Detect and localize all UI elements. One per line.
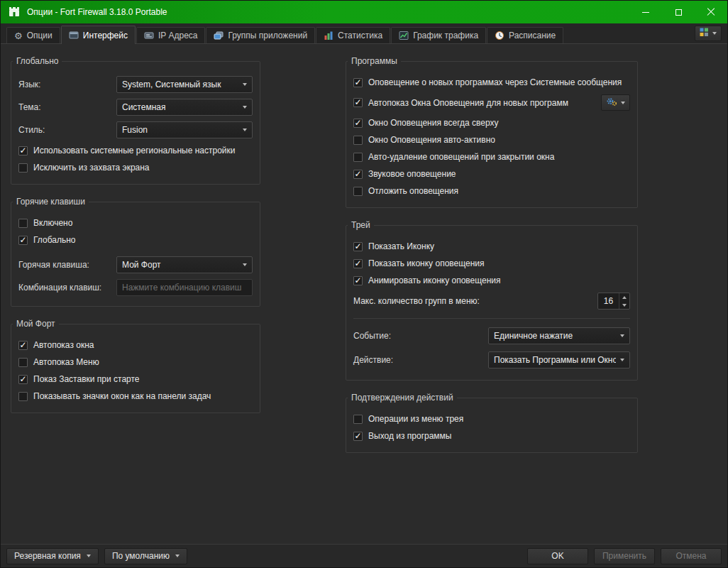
checkbox-row[interactable]: Автопоказ Меню	[18, 357, 253, 367]
checkbox-label[interactable]: Авто-удаление оповещений при закрытии ок…	[368, 152, 554, 162]
checkbox[interactable]	[18, 358, 28, 367]
spin-down-button[interactable]	[619, 301, 629, 309]
checkbox-label[interactable]: Показать Иконку	[368, 241, 434, 251]
checkbox[interactable]	[353, 98, 363, 107]
key-combination-input[interactable]	[116, 279, 253, 296]
checkbox-row[interactable]: Анимировать иконку оповещения	[353, 275, 630, 285]
checkbox-row[interactable]: Окно Оповещения авто-активно	[353, 135, 630, 145]
theme-combobox[interactable]: Системная	[116, 99, 253, 116]
chevron-down-icon	[712, 32, 717, 35]
checkbox-row[interactable]: Исключить из захвата экрана	[18, 163, 253, 173]
tab-traffic-graph[interactable]: График трафика	[391, 27, 486, 43]
tab-app-groups[interactable]: Группы приложений	[206, 27, 315, 43]
checkbox-row[interactable]: Показать иконку оповещения	[353, 258, 630, 268]
checkbox-row[interactable]: Звуковое оповещение	[353, 169, 630, 179]
tab-schedule[interactable]: Расписание	[487, 27, 563, 43]
checkbox-label[interactable]: Автопоказ окна	[33, 340, 94, 350]
checkbox[interactable]	[353, 136, 363, 145]
view-layout-button[interactable]	[695, 26, 722, 41]
cancel-button[interactable]: Отмена	[661, 548, 722, 564]
maximize-button[interactable]	[662, 1, 695, 23]
checkbox[interactable]	[353, 242, 363, 251]
checkbox[interactable]	[353, 415, 363, 424]
checkbox-row[interactable]: Показ Заставки при старте	[18, 374, 253, 384]
checkbox-row[interactable]: Включено	[18, 218, 253, 228]
close-button[interactable]	[695, 1, 727, 23]
max-groups-label: Макс. количество групп в меню:	[353, 296, 480, 306]
minimize-button[interactable]	[629, 1, 662, 23]
checkbox-label[interactable]: Показ Заставки при старте	[33, 374, 140, 384]
checkbox-row[interactable]: Использовать системные региональные наст…	[18, 146, 253, 155]
checkbox-label[interactable]: Окно Оповещения авто-активно	[368, 135, 495, 145]
checkbox[interactable]	[18, 236, 28, 245]
checkbox-label[interactable]: Глобально	[33, 235, 75, 245]
checkbox[interactable]	[18, 392, 28, 401]
checkbox[interactable]	[353, 187, 363, 196]
checkbox-row[interactable]: Отложить оповещения	[353, 186, 630, 196]
tab-interface[interactable]: Интерфейс	[61, 26, 136, 44]
combo-value: System, Системный язык	[122, 80, 238, 89]
ok-button[interactable]: OK	[527, 548, 588, 564]
checkbox-row[interactable]: Автопоказ окна	[18, 340, 253, 350]
checkbox-label[interactable]: Анимировать иконку оповещения	[368, 275, 500, 285]
checkbox-label[interactable]: Выход из программы	[368, 431, 451, 441]
language-combobox[interactable]: System, Системный язык	[116, 76, 253, 93]
tab-statistics[interactable]: Статистика	[316, 27, 390, 43]
traffic-chart-icon	[399, 31, 409, 40]
checkbox-label[interactable]: Показывать значки окон как на панели зад…	[33, 391, 211, 401]
max-groups-spinbox[interactable]: 16	[597, 293, 630, 310]
interface-icon	[69, 31, 79, 40]
checkbox-label[interactable]: Исключить из захвата экрана	[33, 163, 150, 173]
checkbox-row[interactable]: Показать Иконку	[353, 241, 630, 251]
apply-button[interactable]: Применить	[594, 548, 655, 564]
checkbox-row[interactable]: Выход из программы	[353, 431, 630, 441]
checkbox[interactable]	[353, 78, 363, 87]
group-programs: Программы Оповещение о новых программах …	[346, 61, 638, 208]
checkbox[interactable]	[353, 153, 363, 162]
defaults-button[interactable]: По умолчанию	[104, 548, 187, 564]
checkbox-row[interactable]: Глобально	[18, 235, 253, 245]
group-title: Мой Форт	[13, 319, 59, 329]
tab-ip-addresses[interactable]: IP Адреса	[136, 27, 205, 43]
action-combobox[interactable]: Показать Программы или Окно	[488, 351, 630, 368]
checkbox[interactable]	[18, 219, 28, 228]
checkbox-row[interactable]: Авто-удаление оповещений при закрытии ок…	[353, 152, 630, 162]
checkbox[interactable]	[18, 146, 28, 155]
checkbox-label[interactable]: Показать иконку оповещения	[368, 258, 484, 268]
hotkey-combobox[interactable]: Мой Форт	[116, 256, 253, 273]
alert-options-button[interactable]	[601, 94, 630, 111]
spinbox-value: 16	[598, 293, 619, 309]
checkbox-label[interactable]: Автопоказ Окна Оповещения для новых прог…	[368, 98, 568, 108]
checkbox-row[interactable]: Автопоказ Окна Оповещения для новых прог…	[353, 94, 630, 111]
checkbox[interactable]	[353, 170, 363, 179]
checkbox-label[interactable]: Автопоказ Меню	[33, 357, 99, 367]
checkbox-row[interactable]: Операции из меню трея	[353, 414, 630, 424]
left-column: Глобально Язык: System, Системный язык Т…	[11, 54, 260, 430]
checkbox-label[interactable]: Использовать системные региональные наст…	[33, 146, 236, 155]
checkbox-label[interactable]: Окно Оповещения всегда сверху	[368, 118, 498, 128]
theme-row: Тема: Системная	[18, 99, 253, 116]
checkbox[interactable]	[353, 432, 363, 441]
style-combobox[interactable]: Fusion	[116, 121, 253, 138]
checkbox-label[interactable]: Отложить оповещения	[368, 186, 458, 196]
group-tray: Трей Показать Иконку Показать иконку опо…	[346, 225, 638, 381]
checkbox-row[interactable]: Окно Оповещения всегда сверху	[353, 118, 630, 128]
checkbox[interactable]	[18, 163, 28, 173]
checkbox-label[interactable]: Звуковое оповещение	[368, 169, 456, 179]
tab-options[interactable]: ⚙ Опции	[6, 27, 60, 43]
checkbox-label[interactable]: Оповещение о новых программах через Сист…	[368, 77, 622, 87]
checkbox-label[interactable]: Операции из меню трея	[368, 414, 463, 424]
checkbox-label[interactable]: Включено	[33, 218, 72, 228]
group-hotkeys: Горячие клавиши Включено Глобально Горяч…	[11, 202, 260, 307]
checkbox[interactable]	[18, 341, 28, 350]
checkbox[interactable]	[353, 276, 363, 285]
checkbox[interactable]	[353, 259, 363, 268]
event-combobox[interactable]: Единичное нажатие	[488, 327, 630, 344]
checkbox[interactable]	[18, 375, 28, 384]
checkbox-row[interactable]: Показывать значки окон как на панели зад…	[18, 391, 253, 401]
checkbox[interactable]	[353, 119, 363, 128]
backup-copy-button[interactable]: Резервная копия	[6, 548, 99, 564]
checkbox-row[interactable]: Оповещение о новых программах через Сист…	[353, 77, 630, 87]
action-label: Действие:	[353, 355, 393, 365]
spin-up-button[interactable]	[619, 293, 629, 301]
